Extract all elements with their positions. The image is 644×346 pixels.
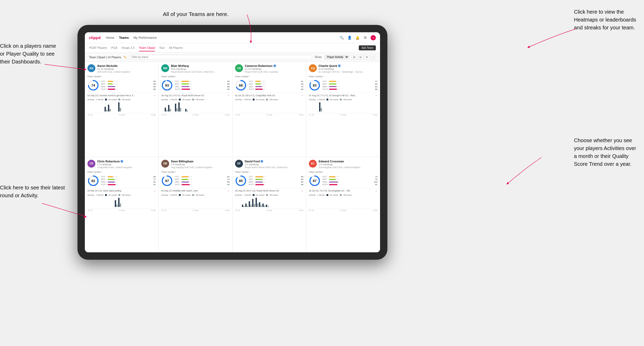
bell-icon[interactable]: 🔔 (355, 35, 360, 40)
player-avatar[interactable]: CR (235, 64, 243, 72)
recent-round[interactable]: 26 Aug 23 | 84 (+12), Royal North Devon … (235, 188, 303, 192)
bar-offcourse (257, 203, 258, 207)
recent-round[interactable]: 18 Jul 23 | 74 (+4), Sunningdale GC - Ol… (309, 188, 377, 192)
stat-value-app: 80 (341, 83, 377, 85)
subnav-hcaps[interactable]: Hcaps 1-5 (122, 45, 135, 51)
quality-circle[interactable]: 85 (235, 175, 247, 187)
quality-circle[interactable]: 68 (235, 79, 247, 91)
subnav-tour[interactable]: Tour (159, 45, 165, 51)
player-name[interactable]: Chris Robertson ✓ (97, 160, 156, 163)
nav-performance[interactable]: My Performance (133, 35, 157, 41)
recent-round[interactable]: 04 Sep 23 | Mobility with coach, Gym → (161, 188, 230, 192)
subnav-all-players[interactable]: All Players (169, 45, 183, 51)
round-arrow-icon[interactable]: → (375, 94, 377, 97)
verified-icon: ✓ (121, 160, 123, 163)
round-arrow-icon[interactable]: → (227, 94, 230, 97)
chart-bar-group (259, 202, 262, 207)
profile-icon[interactable]: 👤 (347, 35, 352, 40)
grid-small-icon[interactable]: ⊟ (358, 55, 363, 60)
chart-bars (235, 102, 303, 112)
bar-oncourse (245, 204, 247, 207)
bar-offcourse (254, 204, 255, 207)
quality-display[interactable]: 83 OTT 77 APP 80 ARG 83 PUTT (309, 79, 377, 91)
bar-offcourse (176, 108, 178, 111)
chart-bars (161, 102, 230, 112)
chart-date-mid: 21 Aug (340, 114, 346, 116)
subnav-team-clippd[interactable]: Team Clippd (139, 45, 155, 51)
grid-view-icon[interactable]: ⊞ (352, 55, 357, 60)
player-name[interactable]: Aaron Nicholls (97, 64, 156, 67)
round-arrow-icon[interactable]: → (153, 94, 156, 97)
quality-display[interactable]: 87 OTT 73 APP 79 ARG 103 PUTT (309, 175, 377, 187)
player-info: Chris Robertson ✓ 1-5 Handicap Craigmill… (97, 160, 156, 169)
stat-bar-putt (255, 89, 266, 90)
chart-date-end: 4 Sep (299, 114, 303, 116)
legend-oncourse-dot (326, 99, 328, 100)
recent-round[interactable]: 02 Sep 23 | Sunrise round to get back in… (87, 93, 156, 97)
stat-bar-ott (255, 176, 266, 177)
bar-oncourse (256, 198, 257, 207)
quality-display[interactable]: 82 OTT 60 APP 77 ARG 81 PUTT (87, 175, 156, 187)
quality-display[interactable]: 87 OTT 82 APP 74 ARG 85 PUTT (161, 175, 230, 187)
player-avatar[interactable]: DB (161, 160, 169, 168)
player-avatar[interactable]: BM (161, 64, 169, 72)
quality-circle[interactable]: 83 (309, 79, 320, 91)
recent-round[interactable]: 07 Aug 23 | 77 (+7), St George's Hill GC… (309, 93, 377, 97)
recent-round[interactable]: 02 Jul 23 | 59 (+17), Craigmillar Park G… (235, 93, 303, 97)
stat-value-ott: 60 (119, 175, 156, 178)
round-arrow-icon[interactable]: → (375, 189, 377, 192)
edit-team-icon[interactable]: ✏️ (124, 56, 127, 58)
round-arrow-icon[interactable]: → (301, 94, 303, 97)
bar-offcourse (321, 108, 322, 111)
avatar-icon[interactable]: U (371, 35, 376, 40)
search-input[interactable] (129, 55, 312, 59)
add-team-button[interactable]: Add Team (359, 45, 376, 50)
round-arrow-icon[interactable]: → (301, 189, 303, 192)
quality-display[interactable]: 74 OTT 60 APP 58 ARG 84 PUTT (87, 79, 156, 91)
nav-logo[interactable]: clippd (89, 35, 101, 40)
bar-oncourse (105, 107, 106, 111)
player-info: Dave Billingham 1-5 Handicap Sog Maging … (171, 160, 230, 169)
search-icon[interactable]: 🔍 (339, 35, 344, 40)
nav-home[interactable]: Home (106, 35, 114, 41)
quality-circle[interactable]: 87 (309, 175, 320, 187)
filter-icon[interactable]: ▼ (364, 55, 370, 60)
player-card: DF David Ford ✓ 1-5 Handicap Royal North… (232, 157, 306, 253)
settings-icon[interactable]: ⚙ (363, 35, 368, 40)
quality-circle[interactable]: 74 (87, 79, 99, 91)
round-arrow-icon[interactable]: → (153, 189, 156, 192)
recent-round[interactable]: 03 Mar 23 | 19, Must make putting → (87, 188, 156, 192)
player-avatar[interactable]: EC (309, 160, 317, 168)
stat-label-ott: OTT (323, 80, 328, 83)
chart-area (309, 197, 377, 209)
show-select[interactable]: Player Activity (325, 55, 349, 59)
player-name[interactable]: David Ford ✓ (245, 160, 303, 163)
quality-display[interactable]: 68 OTT 61 APP 63 ARG 75 PUTT (235, 79, 303, 91)
player-avatar[interactable]: CR (87, 160, 95, 168)
stat-bar-ott (108, 176, 118, 177)
player-avatar[interactable]: AN (87, 64, 95, 72)
player-name[interactable]: Charlie Quick ✓ (319, 64, 377, 67)
quality-circle[interactable]: 87 (161, 175, 173, 187)
stat-bar-app (108, 179, 118, 180)
player-avatar[interactable]: CQ (309, 64, 317, 72)
round-arrow-icon[interactable]: → (227, 189, 230, 192)
subnav-pga[interactable]: PGA (111, 45, 117, 51)
quality-circle[interactable]: 82 (87, 175, 99, 187)
recent-round[interactable]: 26 Aug 23 | 73 (+1), Royal North Devon G… (161, 93, 230, 97)
player-handicap: 1-5 Handicap (171, 163, 230, 166)
quality-display[interactable]: 93 OTT 84 APP 85 ARG 88 PUTT (161, 79, 230, 91)
player-name[interactable]: Cameron Robertson ✓ (245, 64, 303, 67)
player-name[interactable]: Blair McHarg (171, 64, 230, 67)
quality-display[interactable]: 85 OTT 89 APP 80 ARG 83 PUTT (235, 175, 303, 187)
player-name[interactable]: Edward Crossman (319, 160, 377, 163)
chart-bar-group (118, 198, 121, 207)
nav-teams[interactable]: Teams (119, 35, 129, 41)
stat-bar-arg (255, 86, 266, 87)
player-name[interactable]: Dave Billingham (171, 160, 230, 163)
player-avatar[interactable]: DF (235, 160, 243, 168)
chart-bars (309, 197, 377, 207)
subnav-pgat[interactable]: PGAT Players (89, 45, 107, 51)
sort-icon[interactable]: ↕ (371, 55, 376, 60)
quality-circle[interactable]: 93 (161, 79, 173, 91)
